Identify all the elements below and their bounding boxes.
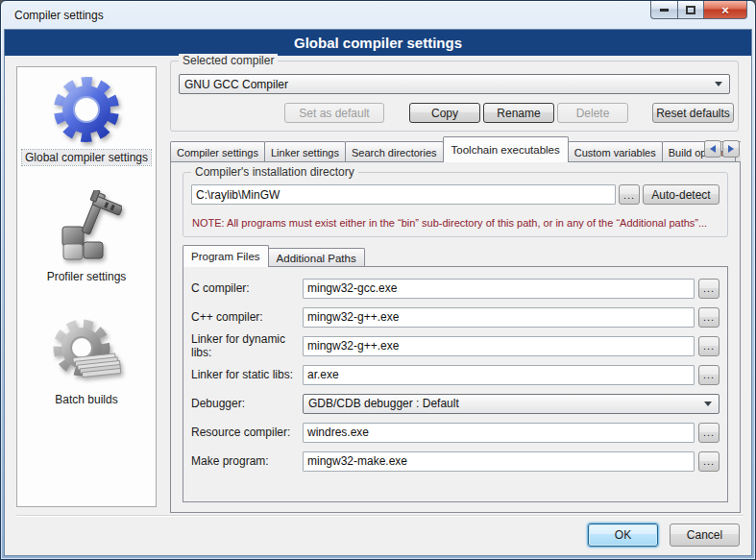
make-program-label: Make program: xyxy=(191,454,299,468)
tab-search-directories[interactable]: Search directories xyxy=(345,141,444,162)
tab-custom-variables[interactable]: Custom variables xyxy=(568,141,663,162)
cpp-compiler-browse-button[interactable]: ... xyxy=(698,307,719,328)
resource-compiler-label: Resource compiler: xyxy=(191,426,299,439)
field-row-resource-compiler: Resource compiler: ... xyxy=(191,422,719,443)
rename-button[interactable]: Rename xyxy=(483,103,554,123)
ok-button[interactable]: OK xyxy=(588,523,658,547)
field-row-dynamic-linker: Linker for dynamic libs: ... xyxy=(191,335,719,356)
installation-directory-group-label: Compiler's installation directory xyxy=(191,165,358,179)
tab-scroll-left-button[interactable] xyxy=(704,140,721,158)
chevron-down-icon xyxy=(704,402,712,406)
sidebar-item-global-compiler-settings[interactable]: Global compiler settings xyxy=(22,75,151,165)
titlebar[interactable]: Compiler settings × xyxy=(1,1,755,29)
cancel-button[interactable]: Cancel xyxy=(670,523,740,547)
dynamic-linker-input[interactable] xyxy=(303,336,695,356)
cpp-compiler-label: C++ compiler: xyxy=(191,310,299,324)
installation-directory-note: NOTE: All programs must exist either in … xyxy=(192,217,721,229)
field-row-static-linker: Linker for static libs: ... xyxy=(191,364,719,385)
sidebar-item-label: Profiler settings xyxy=(44,269,130,284)
settings-tabstrip: Compiler settings Linker settings Search… xyxy=(170,136,741,162)
compiler-select-value: GNU GCC Compiler xyxy=(180,78,715,91)
dialog-client: Global compiler settings xyxy=(4,29,752,556)
footer-separator xyxy=(16,515,744,517)
cpp-compiler-input[interactable] xyxy=(303,307,695,328)
static-linker-browse-button[interactable]: ... xyxy=(698,365,719,385)
field-row-debugger: Debugger: GDB/CDB debugger : Default xyxy=(191,393,719,414)
static-linker-label: Linker for static libs: xyxy=(191,368,299,381)
set-as-default-button[interactable]: Set as default xyxy=(284,103,384,123)
selected-compiler-group-label: Selected compiler xyxy=(179,54,278,67)
gray-gear-stack-icon xyxy=(51,317,122,390)
blue-gear-icon xyxy=(52,75,121,148)
debugger-select[interactable]: GDB/CDB debugger : Default xyxy=(303,394,719,414)
tab-program-files[interactable]: Program Files xyxy=(183,245,269,267)
chevron-down-icon xyxy=(715,82,722,86)
dialog-body: Global compiler settings xyxy=(5,56,751,555)
maximize-icon xyxy=(686,6,695,14)
c-compiler-label: C compiler: xyxy=(191,281,299,295)
caption-buttons: × xyxy=(650,1,747,19)
tab-linker-settings[interactable]: Linker settings xyxy=(264,141,346,162)
make-program-input[interactable] xyxy=(303,451,695,472)
dynamic-linker-label: Linker for dynamic libs: xyxy=(191,332,299,359)
installation-directory-input[interactable] xyxy=(191,184,616,205)
window-title: Compiler settings xyxy=(1,9,104,22)
sidebar-item-profiler-settings[interactable]: Profiler settings xyxy=(44,190,130,284)
auto-detect-button[interactable]: Auto-detect xyxy=(643,184,719,205)
c-compiler-input[interactable] xyxy=(303,279,695,299)
field-row-make-program: Make program: ... xyxy=(191,450,719,472)
c-compiler-browse-button[interactable]: ... xyxy=(698,279,719,299)
reset-defaults-button[interactable]: Reset defaults xyxy=(652,103,734,123)
compiler-select[interactable]: GNU GCC Compiler xyxy=(179,74,730,94)
copy-button[interactable]: Copy xyxy=(409,103,480,123)
arrow-left-icon xyxy=(710,145,716,153)
tab-toolchain-executables[interactable]: Toolchain executables xyxy=(443,136,569,162)
field-row-cpp-compiler: C++ compiler: ... xyxy=(191,306,719,328)
program-files-tabstrip: Program Files Additional Paths xyxy=(183,245,364,267)
static-linker-input[interactable] xyxy=(303,365,695,385)
debugger-label: Debugger: xyxy=(191,397,299,410)
close-button[interactable]: × xyxy=(704,1,747,19)
debugger-select-value: GDB/CDB debugger : Default xyxy=(304,397,704,410)
field-row-c-compiler: C compiler: ... xyxy=(191,278,719,299)
dynamic-linker-browse-button[interactable]: ... xyxy=(698,336,719,356)
close-icon: × xyxy=(721,4,729,16)
delete-button[interactable]: Delete xyxy=(557,103,628,123)
tab-scroller xyxy=(703,140,740,158)
caliper-icon xyxy=(51,190,122,267)
compiler-settings-window: Compiler settings × Global compiler sett… xyxy=(0,0,756,560)
minimize-button[interactable] xyxy=(650,1,678,19)
installation-directory-group: Compiler's installation directory ... Au… xyxy=(183,172,728,237)
tab-compiler-settings[interactable]: Compiler settings xyxy=(170,141,265,162)
sidebar-item-label: Global compiler settings xyxy=(22,150,151,165)
settings-category-list: Global compiler settings xyxy=(16,66,157,507)
toolchain-executables-panel: Compiler's installation directory ... Au… xyxy=(170,161,741,513)
sidebar-item-label: Batch builds xyxy=(52,392,120,407)
make-program-browse-button[interactable]: ... xyxy=(698,451,719,472)
installation-directory-browse-button[interactable]: ... xyxy=(619,184,640,205)
maximize-button[interactable] xyxy=(678,1,704,19)
program-files-panel: C compiler: ... C++ compiler: ... Linker… xyxy=(183,266,728,502)
resource-compiler-input[interactable] xyxy=(303,423,695,443)
sidebar-item-batch-builds[interactable]: Batch builds xyxy=(51,317,122,407)
selected-compiler-group: Selected compiler GNU GCC Compiler Set a… xyxy=(170,61,739,132)
tab-scroll-right-button[interactable] xyxy=(722,140,740,158)
minimize-icon xyxy=(660,9,669,12)
page-title: Global compiler settings xyxy=(5,30,751,56)
resource-compiler-browse-button[interactable]: ... xyxy=(698,423,719,443)
arrow-right-icon xyxy=(728,145,734,153)
tab-additional-paths[interactable]: Additional Paths xyxy=(268,248,365,267)
